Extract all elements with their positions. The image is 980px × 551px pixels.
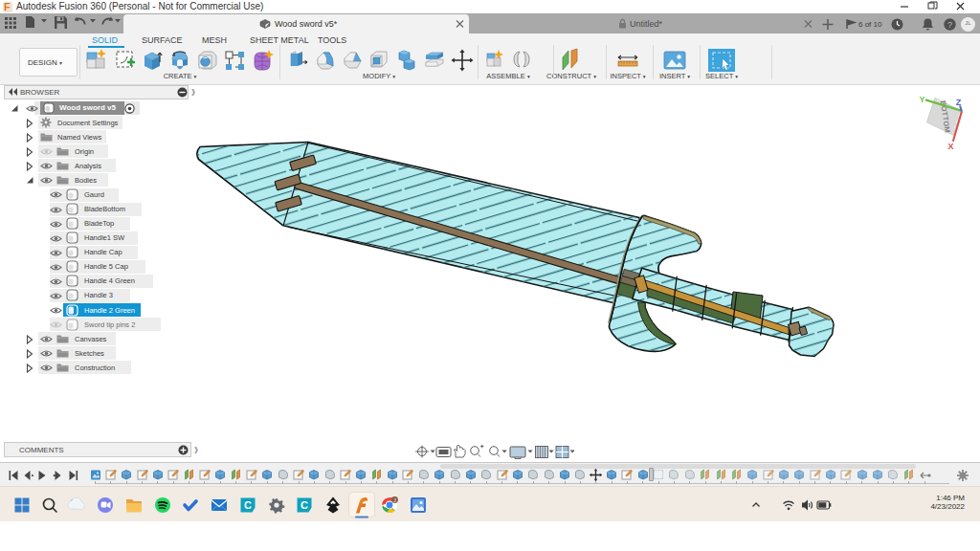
svg-text:X: X (947, 142, 953, 151)
svg-text:Z: Z (956, 98, 962, 107)
svg-text:C: C (244, 499, 252, 511)
svg-text:Y: Y (919, 95, 924, 104)
svg-text:C: C (301, 499, 308, 511)
